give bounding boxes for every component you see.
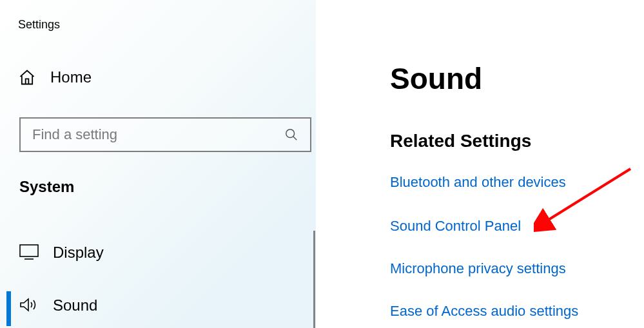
- page-title: Sound: [390, 61, 482, 96]
- link-bluetooth-devices[interactable]: Bluetooth and other devices: [390, 174, 566, 191]
- sound-icon: [19, 297, 39, 314]
- svg-rect-2: [20, 245, 38, 256]
- home-icon: [18, 68, 36, 86]
- section-title-related: Related Settings: [390, 131, 531, 151]
- active-indicator: [6, 291, 11, 326]
- search-icon: [284, 128, 298, 142]
- nav-display[interactable]: Display: [19, 244, 104, 262]
- link-microphone-privacy[interactable]: Microphone privacy settings: [390, 260, 566, 277]
- display-icon: [19, 244, 39, 261]
- main-content: Sound Related Settings Bluetooth and oth…: [390, 0, 644, 328]
- nav-sound[interactable]: Sound: [19, 296, 97, 314]
- link-sound-control-panel[interactable]: Sound Control Panel: [390, 218, 521, 235]
- link-ease-of-access-audio[interactable]: Ease of Access audio settings: [390, 303, 578, 320]
- category-system-label: System: [19, 178, 74, 196]
- window-title: Settings: [18, 18, 60, 32]
- svg-line-1: [293, 137, 297, 140]
- nav-sound-label: Sound: [53, 296, 97, 314]
- nav-home[interactable]: Home: [18, 68, 92, 86]
- sidebar: Settings Home Find a setting System: [0, 0, 316, 328]
- svg-point-0: [286, 130, 295, 138]
- nav-display-label: Display: [53, 244, 104, 262]
- search-placeholder: Find a setting: [32, 126, 117, 143]
- search-input[interactable]: Find a setting: [19, 117, 311, 152]
- scrollbar[interactable]: [313, 231, 315, 328]
- nav-home-label: Home: [50, 68, 92, 86]
